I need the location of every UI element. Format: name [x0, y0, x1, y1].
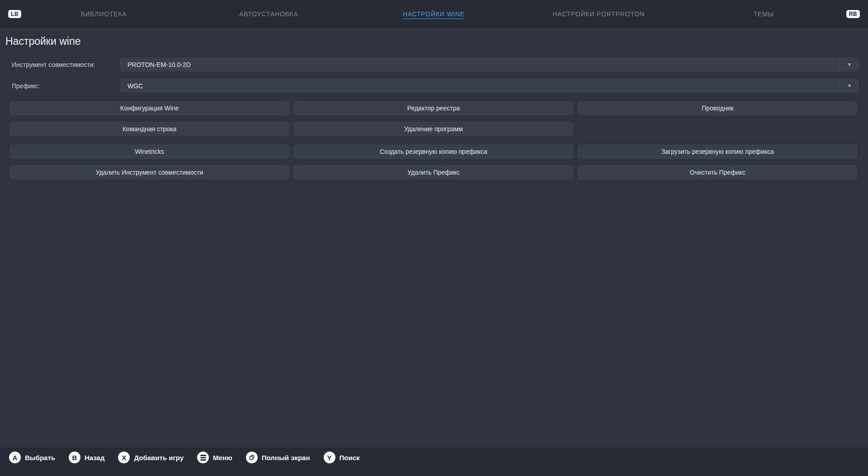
gamepad-x-icon: X: [118, 452, 130, 463]
wine-action-button[interactable]: Редактор реестра: [293, 101, 573, 115]
wine-action-group: Конфигурация WineРедактор реестраПроводн…: [9, 101, 858, 136]
tab-themes[interactable]: ТЕМЫ: [681, 6, 846, 22]
fullscreen-icon: [246, 452, 258, 463]
field-label: Инструмент совместимости:: [12, 61, 120, 68]
field-label: Префикс:: [12, 82, 120, 90]
top-navigation-bar: LB БИБЛИОТЕКААВТОУСТАНОВКАНАСТРОЙКИ WINE…: [0, 0, 868, 28]
prefix-dropdown[interactable]: WGC ▼: [120, 79, 859, 93]
gamepad-hint: B Назад: [69, 452, 104, 463]
gamepad-y-icon: Y: [324, 452, 335, 463]
gamepad-hint: Y Поиск: [324, 452, 360, 463]
gamepad-hint: X Добавить игру: [118, 452, 184, 463]
gamepad-a-icon: A: [9, 452, 21, 463]
wine-action-button[interactable]: Создать резервную копию префикса: [293, 144, 573, 159]
gamepad-hint-label: Добавить игру: [134, 454, 184, 462]
wine-action-button[interactable]: Очистить Префикс: [578, 165, 858, 180]
gamepad-hint: Меню: [197, 452, 232, 463]
wine-action-button[interactable]: Winetricks: [9, 144, 289, 159]
tab-bar: БИБЛИОТЕКААВТОУСТАНОВКАНАСТРОЙКИ WINEНАС…: [21, 6, 846, 22]
wine-actions: Конфигурация WineРедактор реестраПроводн…: [0, 101, 868, 180]
tab-wine-settings[interactable]: НАСТРОЙКИ WINE: [351, 6, 516, 22]
tab-portproton-settings[interactable]: НАСТРОЙКИ PORTPROTON: [516, 6, 681, 22]
wine-action-button[interactable]: Удалить Инструмент совместимости: [9, 165, 289, 180]
menu-icon: [197, 452, 209, 463]
rb-bumper-badge: RB: [846, 10, 860, 18]
settings-fields: Инструмент совместимости: PROTON-EM-10.0…: [0, 57, 868, 93]
gamepad-hint: Полный экран: [246, 452, 310, 463]
gamepad-hint-label: Назад: [85, 454, 104, 462]
gamepad-hint-label: Меню: [213, 454, 232, 462]
chevron-down-icon: ▼: [840, 79, 859, 93]
wine-action-button[interactable]: Удаление программ: [293, 122, 573, 136]
wine-settings-page: Настройки wine Инструмент совместимости:…: [0, 35, 868, 180]
tab-library[interactable]: БИБЛИОТЕКА: [21, 6, 186, 22]
dropdown-value: WGC: [127, 82, 840, 90]
gamepad-hint: A Выбрать: [9, 452, 55, 463]
page-title: Настройки wine: [5, 35, 868, 48]
gamepad-b-icon: B: [69, 452, 80, 463]
gamepad-hint-label: Поиск: [340, 454, 360, 462]
tab-autoinstall[interactable]: АВТОУСТАНОВКА: [186, 6, 351, 22]
field-row: Префикс: WGC ▼: [12, 79, 859, 93]
chevron-down-icon: ▼: [840, 57, 859, 71]
gamepad-hint-label: Выбрать: [25, 454, 55, 462]
lb-bumper-badge: LB: [8, 10, 21, 18]
field-row: Инструмент совместимости: PROTON-EM-10.0…: [12, 57, 859, 71]
wine-action-button[interactable]: Проводник: [578, 101, 858, 115]
wine-action-group: WinetricksСоздать резервную копию префик…: [9, 144, 858, 180]
wine-action-button[interactable]: Конфигурация Wine: [9, 101, 289, 115]
wine-action-button[interactable]: Удалить Префикс: [293, 165, 573, 180]
compatibility-tool-dropdown[interactable]: PROTON-EM-10.0-2D ▼: [120, 57, 859, 71]
gamepad-hint-bar: A Выбрать B Назад X Добавить игру Меню П…: [0, 447, 868, 476]
wine-action-button[interactable]: Командная строка: [9, 122, 289, 136]
gamepad-hint-label: Полный экран: [262, 454, 310, 462]
dropdown-value: PROTON-EM-10.0-2D: [127, 61, 840, 68]
wine-action-button[interactable]: Загрузить резервную копию префикса: [578, 144, 858, 159]
